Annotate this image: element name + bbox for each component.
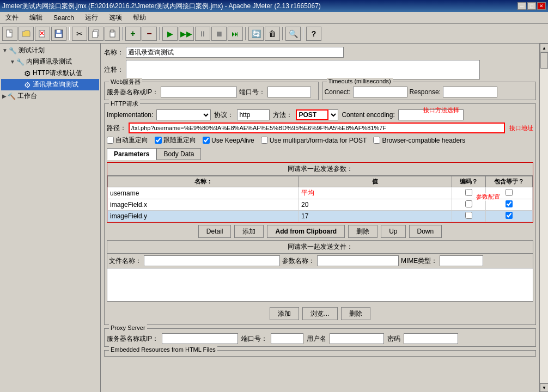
browser-headers-checkbox[interactable] <box>373 137 380 144</box>
run-no-pause-button[interactable]: ▶▶ <box>179 27 194 41</box>
proxy-user-input[interactable] <box>330 333 384 344</box>
proxy-pass-input[interactable] <box>404 333 458 344</box>
encode-checkbox-2[interactable] <box>465 212 472 219</box>
protocol-input[interactable] <box>237 109 270 120</box>
impl-select[interactable] <box>156 109 211 120</box>
minimize-button[interactable]: ─ <box>517 2 526 10</box>
impl-label: Implementation: <box>107 111 153 119</box>
save-button[interactable] <box>51 27 66 41</box>
redirect-checkbox[interactable] <box>107 137 114 144</box>
add-file-button[interactable]: 添加 <box>270 307 299 320</box>
remove-node-button[interactable]: − <box>142 27 157 41</box>
new-button[interactable] <box>2 27 17 41</box>
browser-headers-label[interactable]: Browser-compatible headers <box>373 137 465 144</box>
expand-icon: ▼ <box>2 47 8 53</box>
method-select[interactable]: POST <box>328 109 338 120</box>
sidebar-item-intranet[interactable]: ▼ 🔧 内网通讯录测试 <box>1 56 99 68</box>
sep5 <box>282 27 283 40</box>
clear-all-button[interactable]: 🔄 <box>248 27 264 41</box>
file-name-input[interactable] <box>144 255 280 266</box>
up-button[interactable]: Up <box>381 225 405 238</box>
scroll-thumb[interactable] <box>540 52 548 69</box>
menu-run[interactable]: 运行 <box>82 12 101 23</box>
sidebar-item-test-plan[interactable]: ▼ 🔧 测试计划 <box>1 45 99 56</box>
param-value-cell[interactable]: 17 <box>299 211 452 222</box>
method-input[interactable] <box>296 109 328 120</box>
stop-now-button[interactable]: ⏹ <box>211 27 227 41</box>
param-value-cell[interactable]: 平均 <box>299 187 452 199</box>
add-button[interactable]: 添加 <box>234 225 264 238</box>
maximize-button[interactable]: □ <box>527 2 536 10</box>
name-input[interactable] <box>126 47 344 58</box>
param-value-cell[interactable]: 20 <box>299 199 452 211</box>
include-checkbox-1[interactable] <box>506 200 513 207</box>
add-node-button[interactable]: + <box>125 27 141 41</box>
step-button[interactable]: ⏭ <box>228 27 243 41</box>
search-button[interactable]: 🔍 <box>285 27 301 41</box>
down-button[interactable]: Down <box>409 225 442 238</box>
tab-body-data[interactable]: Body Data <box>156 148 201 160</box>
keepalive-label[interactable]: Use KeepAlive <box>203 137 254 144</box>
table-row[interactable]: imageField.x 20 <box>108 199 533 211</box>
table-row[interactable]: imageField.y 17 <box>108 211 533 222</box>
follow-redirect-checkbox[interactable] <box>155 137 162 144</box>
param-name-cell[interactable]: imageField.x <box>108 199 299 211</box>
param-name-cell[interactable]: username <box>108 187 299 199</box>
svg-rect-6 <box>56 34 62 37</box>
cut-button[interactable]: ✂ <box>72 27 87 41</box>
menu-search[interactable]: Search <box>50 13 77 23</box>
copy-button[interactable] <box>88 27 103 41</box>
help-button[interactable]: ? <box>306 27 321 41</box>
close-button[interactable]: ✕ <box>537 2 546 10</box>
keepalive-checkbox[interactable] <box>203 137 210 144</box>
delete-file-button[interactable]: 删除 <box>341 307 370 320</box>
run-button[interactable]: ▶ <box>162 27 178 41</box>
sep6 <box>303 27 304 40</box>
paste-button[interactable] <box>105 27 120 41</box>
proxy-port-input[interactable] <box>271 333 303 344</box>
mime-input[interactable] <box>440 255 483 266</box>
menu-file[interactable]: 文件 <box>2 12 22 23</box>
multipart-label[interactable]: Use multipart/form-data for POST <box>261 137 367 144</box>
scroll-down-btn[interactable]: ▼ <box>540 383 548 392</box>
method-annotation: 接口方法选择 <box>423 107 459 113</box>
clear-button[interactable]: 🗑 <box>265 27 280 41</box>
menu-options[interactable]: 选项 <box>106 12 125 23</box>
follow-redirect-label[interactable]: 跟随重定向 <box>155 136 196 145</box>
param-include-cell[interactable] <box>486 211 533 222</box>
menu-help[interactable]: 帮助 <box>130 12 149 23</box>
multipart-checkbox[interactable] <box>261 137 268 144</box>
encode-checkbox-0[interactable] <box>465 189 472 196</box>
add-clipboard-button[interactable]: Add from Clipboard <box>267 225 345 238</box>
param-name-input[interactable] <box>317 255 399 266</box>
sidebar-item-http-defaults[interactable]: ▶ ⚙ HTTP请求默认值 <box>1 68 99 79</box>
notes-input[interactable] <box>126 60 480 79</box>
include-checkbox-0[interactable] <box>506 189 513 196</box>
sidebar-item-workbench[interactable]: ▶ 🔨 工作台 <box>1 90 99 102</box>
encode-checkbox-1[interactable] <box>465 200 472 207</box>
redirect-checkbox-label[interactable]: 自动重定向 <box>107 136 148 145</box>
stop-button[interactable]: ⏸ <box>195 27 210 41</box>
delete-button[interactable]: 删除 <box>348 225 377 238</box>
table-row[interactable]: username 平均 <box>108 187 533 199</box>
timeouts-title: Timeouts (milliseconds) <box>327 78 393 84</box>
detail-button[interactable]: Detail <box>198 225 232 238</box>
path-input[interactable] <box>129 122 505 133</box>
proxy-server-input[interactable] <box>162 333 238 344</box>
connect-input[interactable] <box>353 87 407 97</box>
server-name-input[interactable] <box>161 87 237 97</box>
scroll-track[interactable] <box>540 52 548 383</box>
menu-edit[interactable]: 编辑 <box>26 12 46 23</box>
open-button[interactable] <box>19 27 34 41</box>
tab-parameters[interactable]: Parameters <box>107 148 156 160</box>
browse-button[interactable]: 浏览... <box>302 307 337 320</box>
scroll-up-btn[interactable]: ▲ <box>540 44 548 52</box>
close-file-button[interactable] <box>35 27 50 41</box>
param-name-cell[interactable]: imageField.y <box>108 211 299 222</box>
response-input[interactable] <box>443 87 497 97</box>
include-checkbox-2[interactable] <box>506 212 513 219</box>
param-encode-cell[interactable] <box>452 211 485 222</box>
params-annotation: 参数配置 <box>476 193 500 201</box>
sidebar-item-comm-query[interactable]: ▶ ⚙ 通讯录查询测试 <box>1 79 99 90</box>
port-input[interactable] <box>267 87 311 97</box>
